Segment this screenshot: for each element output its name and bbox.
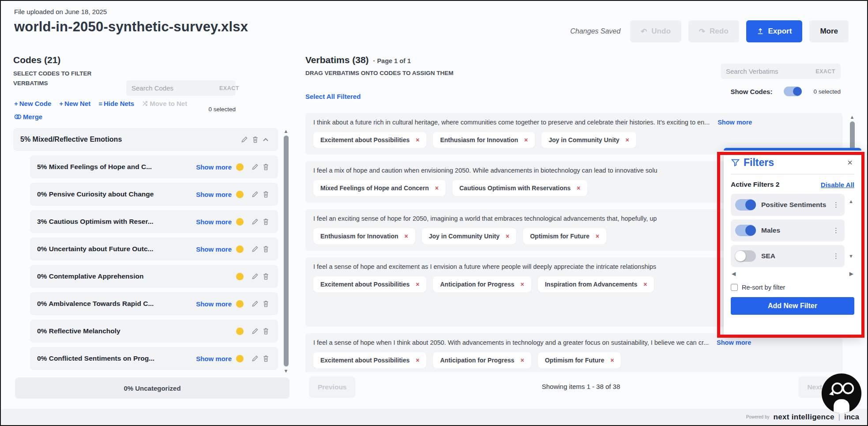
kebab-menu-icon[interactable]: ⋮ bbox=[831, 252, 841, 260]
remove-tag-icon[interactable]: × bbox=[416, 281, 419, 288]
code-tag[interactable]: Optimism for Future × bbox=[538, 352, 621, 368]
show-codes-toggle[interactable] bbox=[784, 87, 802, 96]
redo-button[interactable]: ↷ Redo bbox=[688, 20, 739, 42]
hide-nets-button[interactable]: ≡ Hide Nets bbox=[98, 100, 134, 107]
add-new-filter-button[interactable]: Add New Filter bbox=[731, 297, 854, 315]
show-more-link[interactable]: Show more bbox=[196, 300, 232, 308]
remove-tag-icon[interactable]: × bbox=[405, 233, 408, 240]
new-code-button[interactable]: + New Code bbox=[14, 100, 51, 107]
kebab-menu-icon[interactable]: ⋮ bbox=[831, 201, 841, 209]
undo-button[interactable]: ↶ Undo bbox=[630, 20, 681, 42]
delete-trash-icon[interactable] bbox=[260, 355, 271, 362]
codes-exact-toggle[interactable]: EXACT bbox=[219, 85, 239, 91]
scroll-up-icon[interactable]: ▲ bbox=[850, 114, 855, 120]
uncategorized-bar[interactable]: 0% Uncategorized bbox=[15, 377, 289, 399]
remove-tag-icon[interactable]: × bbox=[596, 233, 599, 240]
code-row[interactable]: 0% Contemplative Apprehension Show more bbox=[30, 265, 278, 288]
more-button[interactable]: More bbox=[809, 20, 849, 42]
new-net-button[interactable]: + New Net bbox=[59, 100, 90, 107]
scroll-left-icon[interactable]: ◀ bbox=[732, 271, 736, 277]
codes-search-input[interactable] bbox=[132, 84, 219, 92]
code-row[interactable]: 0% Conflicted Sentiments on Prog... Show… bbox=[30, 347, 278, 370]
edit-pencil-icon[interactable] bbox=[250, 191, 260, 198]
verbatims-search-input[interactable] bbox=[726, 68, 815, 75]
delete-trash-icon[interactable] bbox=[260, 218, 271, 225]
verbatim-row[interactable]: I feel a sense of hope when I think abou… bbox=[305, 333, 842, 372]
delete-trash-icon[interactable] bbox=[260, 328, 271, 335]
delete-trash-icon[interactable] bbox=[260, 163, 271, 170]
edit-pencil-icon[interactable] bbox=[250, 163, 260, 170]
close-icon[interactable]: × bbox=[845, 158, 854, 168]
show-more-link[interactable]: Show more bbox=[196, 355, 232, 362]
scroll-up-icon[interactable]: ▲ bbox=[284, 128, 289, 134]
code-tag[interactable]: Mixed Feelings of Hope and Concern × bbox=[313, 180, 446, 196]
remove-tag-icon[interactable]: × bbox=[506, 233, 509, 240]
code-tag[interactable]: Excitement about Possibilities × bbox=[313, 352, 426, 368]
code-row[interactable]: 0% Reflective Melancholy Show more bbox=[30, 320, 278, 343]
show-more-link[interactable]: Show more bbox=[196, 191, 232, 198]
edit-pencil-icon[interactable] bbox=[250, 328, 260, 335]
remove-tag-icon[interactable]: × bbox=[416, 357, 419, 364]
remove-tag-icon[interactable]: × bbox=[524, 136, 528, 143]
edit-pencil-icon[interactable] bbox=[250, 273, 260, 280]
disable-all-link[interactable]: Disable All bbox=[821, 181, 854, 188]
verbatims-exact-toggle[interactable]: EXACT bbox=[815, 68, 835, 75]
remove-tag-icon[interactable]: × bbox=[521, 357, 524, 364]
remove-tag-icon[interactable]: × bbox=[643, 281, 647, 288]
collapse-chevron-icon[interactable] bbox=[260, 138, 271, 141]
delete-trash-icon[interactable] bbox=[260, 273, 271, 280]
scroll-down-icon[interactable]: ▼ bbox=[284, 368, 289, 374]
code-row[interactable]: 5% Mixed Feelings of Hope and C... Show … bbox=[30, 155, 278, 178]
resort-checkbox[interactable] bbox=[731, 284, 738, 291]
scroll-up-icon[interactable]: ▲ bbox=[849, 198, 853, 204]
show-more-link[interactable]: Show more bbox=[718, 119, 752, 126]
filter-toggle[interactable] bbox=[735, 250, 756, 262]
delete-trash-icon[interactable] bbox=[250, 136, 260, 143]
remove-tag-icon[interactable]: × bbox=[610, 357, 614, 364]
remove-tag-icon[interactable]: × bbox=[521, 281, 524, 288]
show-more-link[interactable]: Show more bbox=[717, 339, 751, 346]
edit-pencil-icon[interactable] bbox=[250, 355, 260, 362]
show-more-link[interactable]: Show more bbox=[196, 245, 232, 253]
filter-toggle[interactable] bbox=[735, 199, 756, 211]
edit-pencil-icon[interactable] bbox=[239, 136, 250, 143]
export-button[interactable]: Export bbox=[746, 20, 803, 42]
code-tag[interactable]: Anticipation for Progress × bbox=[433, 276, 531, 292]
code-tag[interactable]: Optimism for Future × bbox=[523, 228, 606, 244]
code-row[interactable]: 3% Cautious Optimism with Reser... Show … bbox=[30, 210, 278, 233]
filter-toggle[interactable] bbox=[735, 225, 756, 236]
delete-trash-icon[interactable] bbox=[260, 300, 271, 307]
remove-tag-icon[interactable]: × bbox=[435, 185, 439, 192]
merge-button[interactable]: Merge bbox=[14, 113, 42, 121]
move-to-net-button[interactable]: Move to Net bbox=[142, 100, 187, 107]
code-tag[interactable]: Cautious Optimism with Reservations × bbox=[452, 180, 587, 196]
delete-trash-icon[interactable] bbox=[260, 245, 271, 253]
scrollbar-thumb[interactable] bbox=[284, 136, 289, 366]
delete-trash-icon[interactable] bbox=[260, 191, 271, 198]
remove-tag-icon[interactable]: × bbox=[416, 136, 419, 143]
assistant-mascot-avatar[interactable] bbox=[821, 373, 862, 414]
scroll-down-icon[interactable]: ▼ bbox=[849, 253, 853, 259]
code-tag[interactable]: Inspiration from Advancements × bbox=[538, 276, 654, 292]
show-more-link[interactable]: Show more bbox=[196, 163, 232, 171]
code-tag[interactable]: Anticipation for Progress × bbox=[433, 352, 531, 368]
remove-tag-icon[interactable]: × bbox=[625, 136, 629, 143]
code-row[interactable]: 0% Ambivalence Towards Rapid C... Show m… bbox=[30, 292, 278, 315]
code-row[interactable]: 0% Uncertainty about Future Outc... Show… bbox=[30, 238, 278, 260]
code-tag[interactable]: Excitement about Possibilities × bbox=[313, 276, 426, 292]
code-row[interactable]: 0% Pensive Curiosity about Change Show m… bbox=[30, 183, 278, 206]
code-tag[interactable]: Joy in Community Unity × bbox=[422, 228, 516, 244]
kebab-menu-icon[interactable]: ⋮ bbox=[831, 226, 841, 234]
select-all-filtered-link[interactable]: Select All Filtered bbox=[305, 93, 361, 100]
code-tag[interactable]: Excitement about Possibilities × bbox=[313, 132, 426, 148]
codes-scrollbar[interactable]: ▲ ▼ bbox=[282, 128, 289, 374]
code-tag[interactable]: Enthusiasm for Innovation × bbox=[433, 132, 535, 148]
scroll-right-icon[interactable]: ▶ bbox=[849, 271, 853, 277]
edit-pencil-icon[interactable] bbox=[250, 300, 260, 307]
net-row[interactable]: 5% Mixed/Reflective Emotions bbox=[13, 128, 278, 151]
edit-pencil-icon[interactable] bbox=[250, 218, 260, 225]
code-tag[interactable]: Joy in Community Unity × bbox=[541, 132, 636, 148]
edit-pencil-icon[interactable] bbox=[250, 245, 260, 253]
code-tag[interactable]: Enthusiasm for Innovation × bbox=[313, 228, 415, 244]
remove-tag-icon[interactable]: × bbox=[577, 185, 580, 192]
